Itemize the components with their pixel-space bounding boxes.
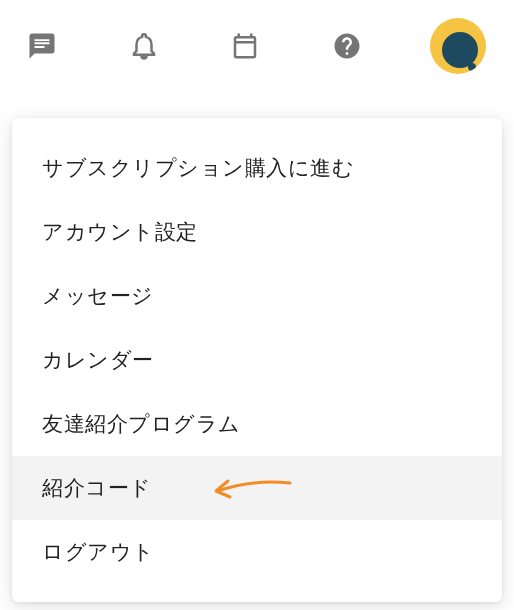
menu-item-account-settings[interactable]: アカウント設定 bbox=[12, 200, 502, 264]
avatar[interactable] bbox=[430, 18, 486, 74]
menu-item-label: メッセージ bbox=[42, 284, 154, 307]
calendar-icon[interactable] bbox=[227, 28, 263, 64]
menu-item-referral-code[interactable]: 紹介コード bbox=[12, 456, 502, 520]
menu-item-referral-program[interactable]: 友達紹介プログラム bbox=[12, 392, 502, 456]
menu-item-messages[interactable]: メッセージ bbox=[12, 264, 502, 328]
dropdown-menu: サブスクリプション購入に進む アカウント設定 メッセージ カレンダー 友達紹介プ… bbox=[12, 118, 502, 602]
menu-item-label: サブスクリプション購入に進む bbox=[42, 156, 354, 179]
help-icon[interactable] bbox=[329, 28, 365, 64]
menu-item-logout[interactable]: ログアウト bbox=[12, 520, 502, 584]
chat-icon[interactable] bbox=[24, 28, 60, 64]
menu-item-label: 友達紹介プログラム bbox=[42, 412, 241, 435]
menu-item-label: カレンダー bbox=[42, 348, 154, 371]
bell-icon[interactable] bbox=[126, 28, 162, 64]
menu-item-label: 紹介コード bbox=[42, 476, 152, 499]
menu-item-label: ログアウト bbox=[42, 540, 155, 563]
arrow-annotation bbox=[212, 473, 292, 503]
topbar bbox=[0, 0, 514, 92]
menu-item-calendar[interactable]: カレンダー bbox=[12, 328, 502, 392]
menu-item-subscription[interactable]: サブスクリプション購入に進む bbox=[12, 136, 502, 200]
menu-item-label: アカウント設定 bbox=[42, 220, 198, 243]
